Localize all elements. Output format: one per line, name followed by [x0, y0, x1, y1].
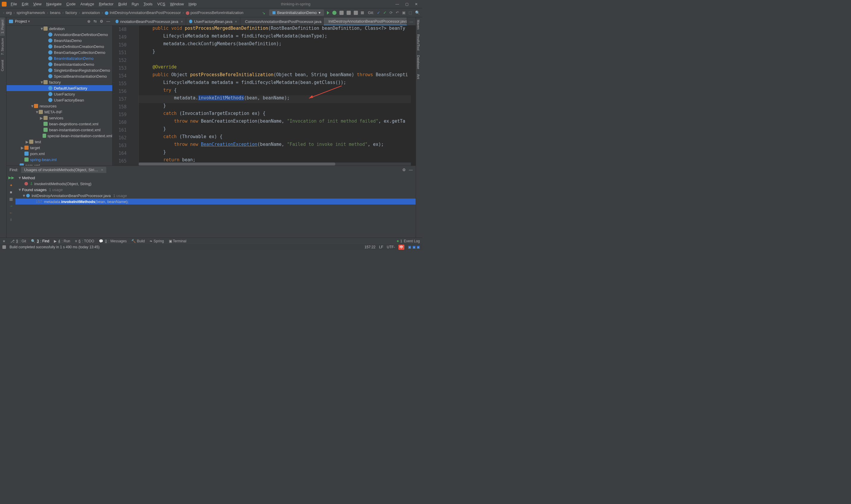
- tree-item[interactable]: BeanAliasDemo: [6, 37, 112, 43]
- chevron-down-icon[interactable]: ▼: [18, 176, 22, 180]
- tree-item[interactable]: SingletonBeanRegistrationDemo: [6, 67, 112, 73]
- gutter-line[interactable]: 160: [112, 119, 139, 126]
- menu-edit[interactable]: Edit: [20, 1, 30, 7]
- tree-item[interactable]: ▶target: [6, 145, 112, 151]
- tree-item[interactable]: ▼META-INF: [6, 109, 112, 115]
- gutter-line[interactable]: 164: [112, 149, 139, 157]
- code-line[interactable]: throw new BeanCreationException(beanName…: [139, 142, 411, 149]
- tray-icon[interactable]: ▣ ▣ ▣: [408, 245, 420, 249]
- editor-tab[interactable]: CommonAnnotationBeanPostProcessor.java×: [240, 18, 324, 25]
- breadcrumb-class[interactable]: InitDestroyAnnotationBeanPostProcessor: [105, 11, 181, 15]
- stop-button[interactable]: [361, 11, 364, 14]
- horizontal-scrollbar[interactable]: [139, 163, 411, 165]
- gutter-line[interactable]: 163: [112, 142, 139, 149]
- git-revert-button[interactable]: ↶: [396, 11, 399, 15]
- code-line[interactable]: @Override: [139, 64, 411, 72]
- expand-all-button[interactable]: ⇆: [93, 19, 97, 23]
- code-line[interactable]: [139, 57, 411, 64]
- line-separator[interactable]: LF: [379, 245, 383, 249]
- tool-spring[interactable]: ❧ Spring: [149, 239, 164, 243]
- editor-tab[interactable]: nnotationBeanPostProcessor.java×: [112, 18, 186, 25]
- close-tab-icon[interactable]: ×: [235, 19, 237, 24]
- file-encoding[interactable]: UTF-: [387, 245, 395, 249]
- menu-navigate[interactable]: Navigate: [44, 1, 63, 7]
- menu-file[interactable]: File: [9, 1, 19, 7]
- code-line[interactable]: }: [139, 149, 411, 157]
- git-update-button[interactable]: ✓: [377, 11, 380, 15]
- tree-item[interactable]: ▶test: [6, 139, 112, 145]
- code-line[interactable]: LifecycleMetadata metadata = findLifecyc…: [139, 33, 411, 41]
- code-line[interactable]: public void postProcessMergedBeanDefinit…: [139, 25, 411, 33]
- usage-row[interactable]: 157 metadata.invokeInitMethods(bean, bea…: [16, 199, 416, 204]
- tool-windows-icon[interactable]: [2, 245, 6, 249]
- code-line[interactable]: catch (InvocationTargetException ex) {: [139, 111, 411, 119]
- breadcrumb-item[interactable]: beans: [50, 11, 60, 15]
- find-tab[interactable]: Usages of invokeInitMethods(Object, Stri…: [21, 167, 106, 173]
- tool-window-maven[interactable]: Maven: [416, 17, 421, 32]
- gutter-line[interactable]: 152: [112, 57, 139, 64]
- chevron-right-icon[interactable]: ▶: [25, 140, 29, 144]
- gutter-line[interactable]: 157: [112, 95, 139, 103]
- chevron-right-icon[interactable]: ▶: [21, 146, 24, 150]
- window-minimize-button[interactable]: —: [393, 2, 401, 6]
- more-tabs-button[interactable]: ⋯: [407, 18, 416, 25]
- menu-view[interactable]: View: [31, 1, 43, 7]
- chevron-down-icon[interactable]: ▼: [35, 110, 39, 114]
- chevron-down-icon[interactable]: ▼: [18, 187, 22, 192]
- chevron-down-icon[interactable]: ▼: [30, 104, 34, 108]
- chevron-down-icon[interactable]: ▼: [22, 194, 26, 198]
- tree-item[interactable]: pom.xml: [6, 151, 112, 157]
- hide-button[interactable]: —: [409, 167, 413, 172]
- code-line[interactable]: }: [139, 49, 411, 57]
- code-line[interactable]: }: [139, 126, 411, 134]
- select-opened-file-button[interactable]: ⊕: [87, 19, 91, 23]
- breadcrumb-item[interactable]: springframework: [16, 11, 45, 15]
- chevron-down-icon[interactable]: ▼: [40, 26, 43, 31]
- breadcrumb-method[interactable]: postProcessBeforeInitialization: [186, 11, 243, 15]
- chevron-right-icon[interactable]: ▶: [40, 116, 43, 120]
- code-line[interactable]: try {: [139, 88, 411, 95]
- git-history-button[interactable]: ⟳: [390, 11, 393, 15]
- run-button[interactable]: [327, 11, 329, 15]
- find-results-tree[interactable]: ▼ Method ⇩ invokeInitMethods(Object, Str…: [16, 174, 416, 237]
- profile-button[interactable]: [347, 11, 351, 15]
- gutter-line[interactable]: 150: [112, 41, 139, 49]
- code-line[interactable]: public Object postProcessBeforeInitializ…: [139, 72, 411, 80]
- scrollbar-thumb[interactable]: [139, 163, 335, 165]
- tool-terminal[interactable]: ▣ Terminal: [169, 239, 186, 243]
- tree-item[interactable]: BeanInstantiationDemo: [6, 61, 112, 67]
- code-line[interactable]: metadata.checkConfigMembers(beanDefiniti…: [139, 41, 411, 49]
- gutter-line[interactable]: 153: [112, 64, 139, 72]
- menu-code[interactable]: Code: [65, 1, 77, 7]
- tool-find[interactable]: 🔍 3: Find: [31, 239, 50, 243]
- gutter-line[interactable]: 148: [112, 25, 139, 33]
- method-signature[interactable]: invokeInitMethods(Object, String): [34, 182, 91, 186]
- menu-build[interactable]: Build: [116, 1, 129, 7]
- tree-item[interactable]: SpecialBeanInstantiationDemo: [6, 73, 112, 79]
- code-line[interactable]: metadata.invokeInitMethods(bean, beanNam…: [139, 95, 411, 103]
- hide-button[interactable]: —: [106, 19, 110, 23]
- breadcrumb-item[interactable]: org: [6, 11, 12, 15]
- code-line[interactable]: return bean;: [139, 157, 411, 163]
- tree-item[interactable]: BeanInitializationDemo: [6, 55, 112, 61]
- menu-refactor[interactable]: Refactor: [97, 1, 115, 7]
- editor-gutter[interactable]: 1481491501511521531541551561571581591601…: [112, 25, 139, 165]
- breadcrumb-item[interactable]: annotation: [82, 11, 100, 15]
- gutter-line[interactable]: 154: [112, 72, 139, 80]
- tool-build[interactable]: 🔨 Build: [131, 239, 145, 243]
- menu-analyze[interactable]: Analyze: [78, 1, 96, 7]
- tool-messages[interactable]: 💬 0: Messages: [99, 239, 127, 243]
- tree-item[interactable]: special-bean-instantiation-context.xml: [6, 133, 112, 139]
- tool-git[interactable]: ⎇ 9: Git: [11, 239, 26, 243]
- editor-tab[interactable]: InitDestroyAnnotationBeanPostProcessor.j…: [324, 18, 407, 25]
- gutter-line[interactable]: 151: [112, 49, 139, 57]
- tree-item[interactable]: AnnotationBeanDefinitionDemo: [6, 32, 112, 37]
- tool-window-project[interactable]: 1: Project: [0, 17, 5, 36]
- rerun-button[interactable]: ▶▶: [8, 175, 14, 181]
- breadcrumb-item[interactable]: factory: [66, 11, 77, 15]
- tree-item[interactable]: DefaultUserFactory: [6, 85, 112, 91]
- gutter-line[interactable]: 155: [112, 80, 139, 88]
- chevron-down-icon[interactable]: ▼: [40, 80, 43, 85]
- pin-button[interactable]: ✦: [10, 183, 13, 187]
- git-commit-button[interactable]: ✓: [383, 11, 386, 15]
